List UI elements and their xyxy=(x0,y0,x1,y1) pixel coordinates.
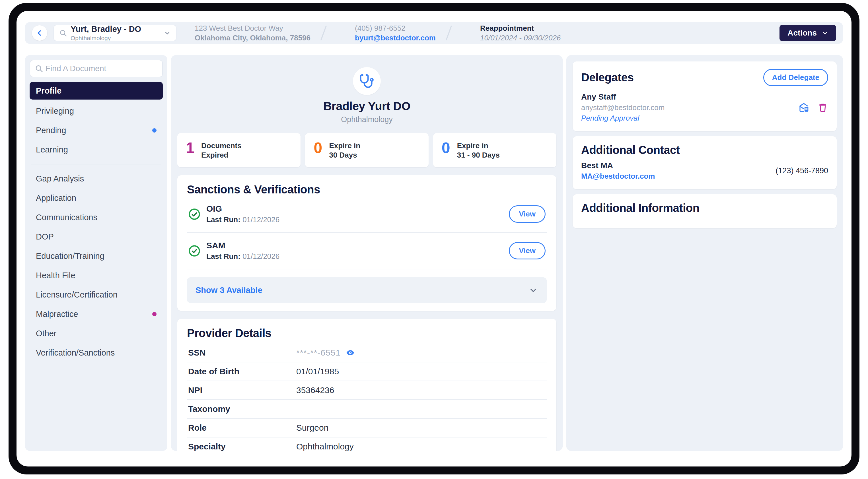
detail-label: NPI xyxy=(188,385,296,395)
sidebar-item-malpractice[interactable]: Malpractice xyxy=(30,305,163,324)
delegate-actions xyxy=(799,92,828,123)
detail-label: Date of Birth xyxy=(188,366,296,376)
actions-button-label: Actions xyxy=(787,28,817,37)
sanction-row-text: OIG Last Run: 01/12/2026 xyxy=(206,204,279,224)
trash-icon xyxy=(817,102,828,113)
check-circle-icon xyxy=(188,208,200,220)
show-available-label: Show 3 Available xyxy=(195,286,262,295)
sanction-row-oig: OIG Last Run: 01/12/2026 View xyxy=(187,196,547,233)
detail-value: Surgeon xyxy=(296,423,329,433)
app-page: Yurt, Bradley - DO Ophthalmology 123 Wes… xyxy=(17,11,851,467)
detail-value: 35364236 xyxy=(296,385,334,395)
sidebar-item-gap-analysis[interactable]: Gap Analysis xyxy=(30,169,163,188)
show-available-toggle[interactable]: Show 3 Available xyxy=(187,277,547,303)
sidebar-item-label: Application xyxy=(36,193,76,203)
provider-address-block: 123 West Best Doctor Way Oklahoma City, … xyxy=(195,23,310,43)
detail-value: ***-**-6551 xyxy=(296,348,355,357)
detail-label: Specialty xyxy=(188,442,296,451)
provider-select-dropdown[interactable]: Yurt, Bradley - DO Ophthalmology xyxy=(54,25,177,41)
provider-name: Bradley Yurt DO xyxy=(177,100,556,113)
sidebar-item-label: Pending xyxy=(36,126,66,135)
sanctions-title: Sanctions & Verifications xyxy=(187,183,547,196)
provider-select-name: Yurt, Bradley - DO xyxy=(70,25,141,34)
view-button[interactable]: View xyxy=(509,205,546,223)
delete-delegate-button[interactable] xyxy=(817,102,828,113)
provider-email-link[interactable]: byurt@bestdoctor.com xyxy=(355,33,436,43)
sidebar-item-label: Learning xyxy=(36,145,68,155)
actions-button[interactable]: Actions xyxy=(779,25,836,41)
sidebar-item-label: Licensure/Certification xyxy=(36,290,118,299)
right-panel: Delegates Add Delegate Any Staff anystaf… xyxy=(566,55,843,451)
sidebar-item-education-training[interactable]: Education/Training xyxy=(30,246,163,266)
check-circle-icon xyxy=(188,245,200,257)
reveal-ssn-button[interactable] xyxy=(346,348,355,357)
detail-row-role: Role Surgeon xyxy=(187,419,547,438)
document-search-input[interactable] xyxy=(45,64,158,73)
sidebar-item-privileging[interactable]: Privileging xyxy=(30,101,163,121)
sidebar-item-label: Other xyxy=(36,329,57,338)
sanction-row-sam: SAM Last Run: 01/12/2026 View xyxy=(187,233,547,269)
sidebar-item-label: DOP xyxy=(36,232,54,242)
view-button[interactable]: View xyxy=(509,242,546,259)
sanction-last-run: Last Run: 01/12/2026 xyxy=(206,215,279,224)
sidebar-item-pending[interactable]: Pending xyxy=(30,121,163,140)
reappointment-label: Reappointment xyxy=(480,23,561,33)
sidebar-item-other[interactable]: Other xyxy=(30,324,163,343)
stat-label: Expire in30 Days xyxy=(329,141,360,160)
stethoscope-icon xyxy=(360,74,374,89)
sidebar-item-dop[interactable]: DOP xyxy=(30,227,163,246)
additional-information-card: Additional Information xyxy=(572,194,837,228)
sidebar-item-verification-sanctions[interactable]: Verification/Sanctions xyxy=(30,343,163,362)
reappointment-block: Reappointment 10/01/2024 - 09/30/2026 xyxy=(480,23,561,43)
profile-panel: Bradley Yurt DO Ophthalmology 1 Document… xyxy=(171,55,563,451)
stat-label: DocumentsExpired xyxy=(201,141,242,160)
sidebar-item-label: Gap Analysis xyxy=(36,174,84,184)
back-button[interactable] xyxy=(32,25,47,41)
sidebar-item-label: Education/Training xyxy=(36,251,104,261)
delegate-row: Any Staff anystaff@bestdoctor.com Pendin… xyxy=(581,92,828,123)
sidebar-item-label: Malpractice xyxy=(36,310,78,319)
stat-value: 1 xyxy=(186,140,194,155)
detail-value: Ophthalmology xyxy=(296,442,354,451)
delegates-title: Delegates xyxy=(581,71,633,84)
detail-label: Taxonomy xyxy=(188,404,296,414)
detail-value: 01/01/1985 xyxy=(296,366,339,376)
notification-dot xyxy=(152,312,157,316)
contact-email-link[interactable]: MA@bestdoctor.com xyxy=(581,172,655,181)
sidebar-item-label: Privileging xyxy=(36,106,74,116)
chevron-down-icon xyxy=(528,285,538,295)
delegate-status-link[interactable]: Pending Approval xyxy=(581,114,664,123)
provider-select-text: Yurt, Bradley - DO Ophthalmology xyxy=(70,25,141,41)
sidebar-item-label: Communications xyxy=(36,213,97,222)
resend-invite-button[interactable] xyxy=(799,102,810,113)
contact-phone: (123) 456-7890 xyxy=(776,166,828,175)
additional-contact-card: Additional Contact Best MA MA@bestdoctor… xyxy=(572,136,837,189)
sidebar-item-health-file[interactable]: Health File xyxy=(30,266,163,285)
detail-label: Role xyxy=(188,423,296,433)
detail-label: SSN xyxy=(188,348,296,357)
stat-value: 0 xyxy=(442,140,450,155)
sidebar-item-communications[interactable]: Communications xyxy=(30,207,163,227)
stat-documents-expired: 1 DocumentsExpired xyxy=(177,133,301,167)
main-content: Profile Privileging Pending Learning Gap… xyxy=(25,55,843,451)
provider-avatar xyxy=(353,67,381,95)
chevron-left-icon xyxy=(36,29,43,37)
delegate-email: anystaff@bestdoctor.com xyxy=(581,103,664,112)
delegates-card: Delegates Add Delegate Any Staff anystaf… xyxy=(572,61,837,131)
provider-phone: (405) 987-6552 xyxy=(355,23,436,33)
sidebar-item-learning[interactable]: Learning xyxy=(30,140,163,159)
sidebar-item-licensure-certification[interactable]: Licensure/Certification xyxy=(30,285,163,305)
address-line1: 123 West Best Doctor Way xyxy=(195,23,310,33)
device-frame: Yurt, Bradley - DO Ophthalmology 123 Wes… xyxy=(8,3,860,474)
add-delegate-button[interactable]: Add Delegate xyxy=(763,69,828,86)
sidebar-item-label: Profile xyxy=(36,86,61,96)
sidebar-item-application[interactable]: Application xyxy=(30,188,163,207)
contact-name: Best MA xyxy=(581,161,655,170)
sidebar-item-profile[interactable]: Profile xyxy=(30,82,163,100)
document-stats-row: 1 DocumentsExpired 0 Expire in30 Days 0 … xyxy=(177,133,556,167)
provider-select-specialty: Ophthalmology xyxy=(70,35,141,41)
additional-information-title: Additional Information xyxy=(581,202,828,215)
detail-row-npi: NPI 35364236 xyxy=(187,381,547,400)
additional-contact-title: Additional Contact xyxy=(581,143,828,156)
search-icon xyxy=(35,64,43,73)
